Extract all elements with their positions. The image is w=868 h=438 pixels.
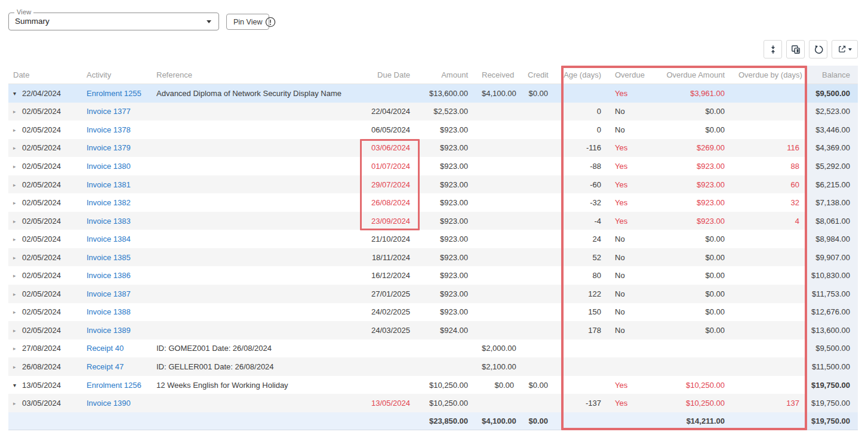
expand-caret-icon[interactable]: ▸ [13, 400, 22, 406]
activity-link[interactable]: Invoice 1385 [87, 253, 131, 262]
table-row-invoice-1390[interactable]: ▸03/05/2024Invoice 139013/05/2024$10,250… [8, 394, 858, 412]
expand-caret-icon[interactable]: ▸ [13, 200, 22, 206]
column-header-overdue[interactable]: Overdue [609, 70, 652, 79]
expand-caret-icon[interactable]: ▸ [13, 328, 22, 334]
cell-balance: $19,750.00 [807, 376, 858, 394]
pin-view-button[interactable]: Pin View [226, 14, 269, 30]
cell-amount: $923.00 [418, 125, 476, 134]
column-header-received[interactable]: Received [476, 70, 522, 79]
activity-link[interactable]: Receipt 47 [87, 362, 124, 371]
expand-caret-icon[interactable]: ▸ [13, 127, 22, 133]
collapse-rows-icon[interactable] [764, 40, 782, 58]
table-row-invoice-1382[interactable]: ▸02/05/2024Invoice 138226/08/2024$923.00… [8, 193, 858, 212]
column-header-balance[interactable]: Balance [807, 66, 858, 84]
activity-link[interactable]: Invoice 1390 [87, 399, 131, 408]
column-header-amount[interactable]: Amount [418, 70, 476, 79]
view-select[interactable]: View Summary [8, 13, 219, 30]
table-row-receipt-47[interactable]: ▸26/08/2024Receipt 47ID: GELLER001 Date:… [8, 357, 858, 376]
activity-link[interactable]: Enrolment 1255 [87, 89, 141, 98]
activity-link[interactable]: Invoice 1384 [87, 235, 131, 243]
expand-caret-icon[interactable]: ▸ [13, 309, 22, 315]
collapse-caret-icon[interactable]: ▾ [13, 90, 22, 97]
cell-amount: $923.00 [418, 162, 476, 171]
table-row-invoice-1384[interactable]: ▸02/05/2024Invoice 138421/10/2024$923.00… [8, 230, 858, 248]
expand-caret-icon[interactable]: ▸ [13, 346, 22, 351]
cell-overdue_amount: $923.00 [652, 217, 732, 226]
date-text: 02/05/2024 [22, 180, 61, 189]
table-row-invoice-1385[interactable]: ▸02/05/2024Invoice 138518/11/2024$923.00… [8, 248, 858, 267]
cell-overdue_by: 137 [732, 399, 807, 408]
cell-balance: $4,369.00 [807, 139, 858, 158]
table-row-invoice-1378[interactable]: ▸02/05/2024Invoice 137806/05/2024$923.00… [8, 121, 858, 139]
column-header-due_date[interactable]: Due Date [356, 70, 418, 79]
activity-link[interactable]: Invoice 1389 [87, 326, 131, 335]
cell-overdue: No [609, 235, 652, 243]
activity-link[interactable]: Invoice 1382 [87, 198, 131, 207]
table-row-invoice-1387[interactable]: ▸02/05/2024Invoice 138727/01/2025$923.00… [8, 285, 858, 303]
expand-caret-icon[interactable]: ▸ [13, 109, 22, 115]
table-row-enrolment-1255[interactable]: ▾22/04/2024Enrolment 1255Advanced Diplom… [8, 84, 858, 103]
date-text: 02/05/2024 [22, 326, 61, 335]
column-header-age[interactable]: Age (days) [556, 70, 609, 79]
table-row-invoice-1388[interactable]: ▸02/05/2024Invoice 138824/02/2025$923.00… [8, 303, 858, 322]
expand-caret-icon[interactable]: ▸ [13, 182, 22, 188]
expand-caret-icon[interactable]: ▸ [13, 273, 22, 279]
ledger-table: DateActivityReferenceDue DateAmountRecei… [8, 66, 858, 430]
collapse-caret-icon[interactable]: ▾ [13, 382, 22, 388]
column-header-overdue_by[interactable]: Overdue by (days) [732, 70, 807, 79]
cell-age: -116 [556, 143, 609, 152]
cell-overdue_amount: $3,961.00 [652, 89, 732, 98]
column-header-overdue_amount[interactable]: Overdue Amount [652, 70, 732, 79]
table-row-enrolment-1256[interactable]: ▾13/05/2024Enrolment 125612 Weeks Englis… [8, 376, 858, 394]
cell-credit: $0.00 [522, 89, 556, 98]
expand-caret-icon[interactable]: ▸ [13, 218, 22, 224]
activity-link[interactable]: Invoice 1378 [87, 125, 131, 134]
activity-link[interactable]: Invoice 1377 [87, 107, 131, 116]
cell-date: ▸02/05/2024 [8, 253, 81, 262]
expand-caret-icon[interactable]: ▸ [13, 145, 22, 151]
reset-view-icon[interactable] [809, 40, 827, 58]
cell-overdue: No [609, 125, 652, 134]
cell-overdue_amount: $0.00 [652, 235, 732, 243]
table-row-invoice-1380[interactable]: ▸02/05/2024Invoice 138001/07/2024$923.00… [8, 157, 858, 175]
expand-caret-icon[interactable]: ▸ [13, 255, 22, 261]
activity-link[interactable]: Invoice 1380 [87, 162, 131, 171]
activity-link[interactable]: Invoice 1379 [87, 143, 131, 152]
expand-caret-icon[interactable]: ▸ [13, 236, 22, 242]
table-row-receipt-40[interactable]: ▸27/08/2024Receipt 40ID: GOMEZ001 Date: … [8, 340, 858, 358]
activity-link[interactable]: Invoice 1386 [87, 271, 131, 280]
cell-overdue: No [609, 107, 652, 116]
table-row-invoice-1386[interactable]: ▸02/05/2024Invoice 138616/12/2024$923.00… [8, 266, 858, 285]
expand-caret-icon[interactable]: ▸ [13, 164, 22, 169]
table-row-invoice-1377[interactable]: ▸02/05/2024Invoice 137722/04/2024$2,523.… [8, 103, 858, 121]
cell-due_date: 27/01/2025 [356, 289, 418, 298]
table-row-invoice-1383[interactable]: ▸02/05/2024Invoice 138323/09/2024$923.00… [8, 212, 858, 230]
cell-overdue_amount: $923.00 [652, 180, 732, 189]
expand-caret-icon[interactable]: ▸ [13, 364, 22, 370]
table-row-invoice-1389[interactable]: ▸02/05/2024Invoice 138924/03/2025$924.00… [8, 321, 858, 340]
cell-overdue: Yes [609, 399, 652, 408]
activity-link[interactable]: Invoice 1383 [87, 217, 131, 226]
cell-activity: Receipt 47 [81, 362, 150, 371]
export-icon[interactable] [832, 40, 858, 58]
table-row-invoice-1379[interactable]: ▸02/05/2024Invoice 137903/06/2024$923.00… [8, 139, 858, 158]
activity-link[interactable]: Invoice 1388 [87, 307, 131, 316]
date-text: 02/05/2024 [22, 162, 61, 171]
copy-icon[interactable] [786, 40, 805, 58]
info-icon[interactable] [265, 17, 276, 27]
cell-received: $4,100.00 [476, 89, 522, 98]
table-row-invoice-1381[interactable]: ▸02/05/2024Invoice 138129/07/2024$923.00… [8, 175, 858, 194]
cell-overdue_amount: $0.00 [652, 125, 732, 134]
cell-received: $2,100.00 [476, 362, 522, 371]
column-header-credit[interactable]: Credit [522, 70, 556, 79]
activity-link[interactable]: Receipt 40 [87, 344, 124, 353]
table-totals-row: $23,850.00$4,100.00$0.00$14,211.00$19,75… [8, 412, 858, 431]
column-header-reference[interactable]: Reference [150, 70, 356, 79]
activity-link[interactable]: Enrolment 1256 [87, 381, 141, 390]
column-header-date[interactable]: Date [8, 70, 81, 79]
expand-caret-icon[interactable]: ▸ [13, 291, 22, 297]
activity-link[interactable]: Invoice 1387 [87, 289, 131, 298]
activity-link[interactable]: Invoice 1381 [87, 180, 131, 189]
cell-amount: $923.00 [418, 289, 476, 298]
column-header-activity[interactable]: Activity [81, 70, 150, 79]
